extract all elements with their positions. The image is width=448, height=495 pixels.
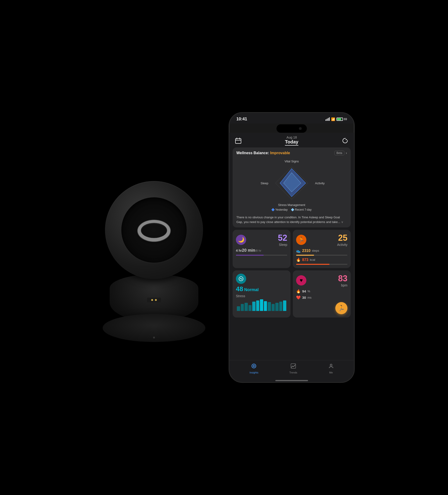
sleep-bar: [236, 255, 287, 256]
nav-insights[interactable]: Insights: [250, 363, 258, 374]
wifi-icon: 📶: [331, 117, 335, 121]
signal-bar-3: [328, 118, 329, 121]
bpm-value: 83: [338, 274, 348, 283]
activity-steps-row: 👟 2310 steps: [296, 248, 348, 253]
nav-trends[interactable]: Trends: [289, 363, 297, 374]
app-content: Aug 18 Today: [229, 133, 354, 382]
stress-value: 48: [236, 285, 243, 292]
insights-icon: [251, 363, 257, 370]
stress-icon: [236, 274, 246, 284]
legend-diamond-yesterday: [271, 208, 275, 211]
expand-icon[interactable]: ∨: [341, 220, 343, 224]
refresh-icon[interactable]: [341, 137, 349, 145]
me-icon: [328, 363, 334, 370]
bar-1: [237, 306, 240, 311]
phone: 10:41 📶 69: [229, 112, 355, 383]
dynamic-island: [277, 124, 307, 133]
sleep-bar-fill: [236, 255, 264, 256]
activity-float-wrap: 🏃: [296, 302, 348, 314]
header-title: Today: [285, 139, 298, 145]
heart-icon: ♥: [296, 275, 306, 286]
ring-platform: [103, 314, 205, 342]
hrv-ms-label: ms: [308, 296, 311, 299]
activity-score: 25: [337, 233, 348, 243]
hrv-pct-label: %: [308, 289, 310, 293]
bottom-nav: Insights Trends: [229, 360, 354, 379]
stress-metric-top: [236, 274, 287, 284]
stress-normal: Normal: [244, 287, 259, 292]
bar-3: [245, 303, 248, 311]
sleep-label: Sleep: [278, 243, 287, 247]
signal-bar-4: [329, 117, 330, 121]
bar-9: [268, 302, 271, 311]
camera-dot: [299, 127, 302, 130]
battery-icon: 69: [336, 118, 347, 121]
legend-label-recent: Recent 7-day: [295, 208, 311, 211]
bar-7: [260, 299, 263, 311]
wellness-desc-text: There is no obvious change in your condi…: [236, 216, 340, 224]
wellness-badges: Beta ›: [334, 151, 347, 155]
phone-wrapper: 10:41 📶 69: [229, 112, 355, 383]
calendar-icon[interactable]: [234, 137, 242, 145]
activity-kcal-bar-fill: [296, 264, 329, 265]
radar-label-activity: Activity: [315, 181, 329, 185]
ring-object: [137, 220, 171, 241]
stress-value-wrap: 48 Normal: [236, 285, 287, 293]
heart-card[interactable]: ♥ 83 bpm 🔥 94 %: [293, 270, 351, 317]
svg-point-4: [343, 138, 348, 143]
stress-card[interactable]: 48 Normal Stress: [233, 270, 291, 317]
metrics-grid: 🌙 52 Sleep 4 hr20 min/8 hr: [233, 230, 351, 317]
wellness-description: There is no obvious change in your condi…: [236, 215, 347, 224]
nav-me[interactable]: Me: [328, 363, 334, 374]
signal-bars-icon: [325, 117, 330, 121]
legend-yesterday: Yesterday: [272, 208, 288, 211]
legend-diamond-recent: [291, 208, 294, 211]
nav-trends-label: Trends: [289, 371, 297, 374]
activity-kcal-row: 🔥 873 kcal: [296, 258, 348, 262]
battery-fill: [337, 118, 341, 120]
nav-insights-label: Insights: [250, 371, 258, 374]
ring-device: [93, 156, 215, 367]
home-indicator: [275, 380, 308, 381]
platform-dot: [153, 337, 155, 339]
stress-label: Stress: [236, 294, 287, 298]
sleep-score-wrap: 52 Sleep: [278, 233, 287, 247]
bar-6: [256, 301, 259, 311]
sleep-card[interactable]: 🌙 52 Sleep 4 hr20 min/8 hr: [233, 230, 291, 268]
battery-level: 69: [344, 118, 347, 121]
activity-steps-bar-fill: [296, 255, 314, 256]
radar-svg: [273, 165, 310, 202]
nav-me-label: Me: [329, 371, 333, 374]
activity-kcal-label: kcal: [310, 258, 315, 261]
status-icons: 📶 69: [325, 117, 347, 121]
bar-4: [249, 305, 252, 311]
bar-13: [283, 301, 286, 311]
connector-pin-1: [151, 299, 153, 301]
scene: 10:41 📶 69: [0, 0, 448, 495]
status-time: 10:41: [236, 117, 247, 122]
sleep-icon: 🌙: [236, 235, 246, 245]
ring-lid-inner: [121, 197, 187, 263]
bar-10: [272, 304, 275, 311]
activity-kcal-bar: [296, 264, 348, 265]
activity-card[interactable]: 🏃 25 Activity 👟 2310 steps: [293, 230, 351, 268]
activity-label: Activity: [337, 243, 348, 247]
wellness-header: Wellness Balance: Improvable Beta ›: [236, 151, 347, 155]
connector-pin-2: [155, 299, 157, 301]
ring-connector: [147, 298, 161, 302]
bar-8: [264, 301, 267, 311]
activity-float-button[interactable]: 🏃: [335, 302, 348, 314]
chevron-right-icon: ›: [346, 151, 347, 155]
beta-badge: Beta: [334, 151, 344, 155]
sleep-metric-top: 🌙 52 Sleep: [236, 233, 287, 247]
legend-label-yesterday: Yesterday: [275, 208, 288, 211]
signal-bar-1: [325, 119, 326, 121]
radar-label-sleep: Sleep: [254, 181, 268, 185]
header-date: Aug 18: [287, 136, 297, 139]
legend-recent: Recent 7-day: [292, 208, 311, 211]
wellness-card[interactable]: Wellness Balance: Improvable Beta › Vita…: [233, 147, 351, 227]
activity-icon: 🏃: [296, 235, 306, 245]
hrv-ms-row: ❤️ 30 ms: [296, 295, 348, 300]
radar-container: Vital Signs Sleep: [236, 158, 347, 213]
heart-small-icon: ❤️: [296, 295, 301, 300]
